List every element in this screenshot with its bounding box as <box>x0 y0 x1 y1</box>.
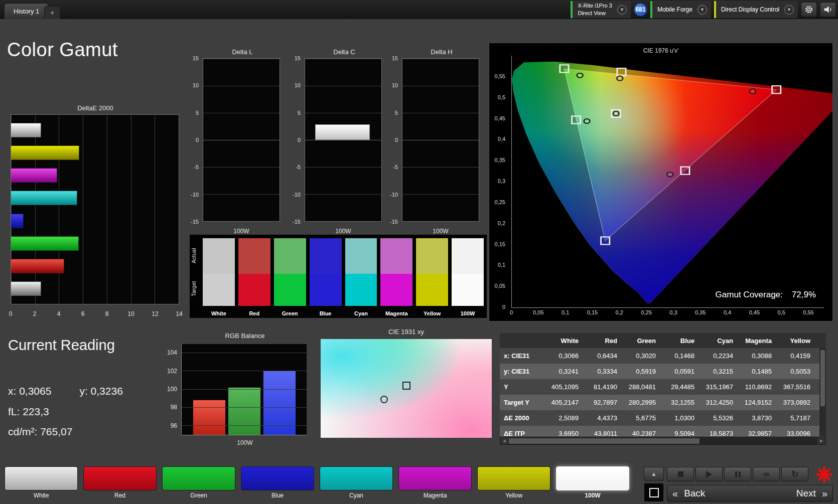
table-row: ΔE 20002,50894,43735,67751,03005,53263,8… <box>500 410 826 426</box>
axis-tick-label: 0,45 <box>749 309 760 315</box>
swatch-column-white <box>203 238 235 306</box>
pattern-label: White <box>5 492 78 499</box>
axis-tick-label: 0 <box>395 137 398 143</box>
pattern-button-yellow[interactable]: Yellow <box>477 466 550 499</box>
pattern-button-white[interactable]: White <box>5 466 78 499</box>
axis-tick-label: 0,4 <box>724 309 731 315</box>
axis-tick-label: -10 <box>390 192 398 198</box>
meter-count-badge[interactable]: 681 <box>634 3 647 17</box>
table-cell: 405,1095 <box>544 383 583 391</box>
scrollbar-thumb[interactable] <box>509 438 700 444</box>
axis-tick-label: 5 <box>196 110 199 116</box>
pattern-swatch <box>83 466 157 490</box>
table-cell: 3,8730 <box>737 414 776 422</box>
swatch-label: Cyan <box>345 310 377 316</box>
table-cell: 288,0481 <box>621 383 660 391</box>
actual-swatch <box>416 238 448 274</box>
pattern-label: Cyan <box>320 492 393 499</box>
axis-tick-label: 12 <box>152 310 158 317</box>
target-swatch <box>203 274 235 306</box>
axis-tick-label: 0,55 <box>803 309 813 315</box>
pattern-up-button[interactable]: ▲ <box>644 467 664 481</box>
deltae-bar-green <box>11 236 79 251</box>
table-body: x: CIE310,30660,64340,30200,14680,22340,… <box>500 348 826 436</box>
actual-row-label: Actual <box>191 239 201 273</box>
pattern-button-green[interactable]: Green <box>162 466 235 499</box>
settings-button[interactable] <box>801 2 817 17</box>
history-tab[interactable]: History 1 <box>4 3 49 19</box>
gridline <box>182 389 307 390</box>
target-marker <box>402 382 410 390</box>
axis-tick-label: 0,3 <box>490 178 505 184</box>
deltae-x-axis: 02468101214 <box>11 310 179 318</box>
axis-tick-label: 10 <box>193 82 199 88</box>
plot-area <box>203 58 280 222</box>
delta-c-chart: Delta C 151050-5-10-15 100W <box>290 48 384 235</box>
back-button[interactable]: « Back <box>672 488 705 499</box>
plot-area <box>402 58 479 222</box>
target-swatch <box>452 274 484 306</box>
row-label: Y <box>500 383 544 391</box>
swatch-column-yellow <box>416 238 448 306</box>
x-axis-labels: 00,050,10,150,20,250,30,350,40,450,50,55 <box>511 309 832 317</box>
vertical-scrollbar[interactable] <box>819 348 826 436</box>
table-cell: 4,4373 <box>583 414 621 422</box>
measured-marker <box>617 76 623 81</box>
play-button[interactable] <box>695 467 723 481</box>
scrollbar-thumb[interactable] <box>820 350 825 406</box>
axis-tick-label: 8 <box>105 310 109 317</box>
continuous-measure-button[interactable]: ∞ <box>753 467 780 481</box>
pattern-window-button[interactable] <box>644 483 664 502</box>
table-row: Target Y405,214792,7897280,299532,125531… <box>500 395 826 410</box>
pause-button[interactable] <box>724 467 751 481</box>
audio-button[interactable] <box>820 2 836 17</box>
source-dropdown[interactable]: Mobile Forge ▾ <box>650 1 711 18</box>
workflow-dropdown[interactable]: Direct Display Control ▾ <box>714 1 798 18</box>
axis-tick-label: -10 <box>293 192 301 198</box>
table-header-cell: Green <box>621 337 660 345</box>
pattern-button-blue[interactable]: Blue <box>241 466 314 499</box>
deltae-bar-100w <box>11 281 41 296</box>
xy-color-field <box>321 339 492 438</box>
pattern-label: Blue <box>241 492 314 499</box>
table-header-cell: White <box>544 337 583 345</box>
y-axis-labels: 151050-5-10-15 <box>290 58 303 222</box>
table-header-cell: Cyan <box>699 337 737 345</box>
axis-tick-label: 96 <box>163 422 177 429</box>
pattern-button-red[interactable]: Red <box>83 466 157 499</box>
pattern-label: Yellow <box>477 492 550 499</box>
table-cell: 0,3241 <box>544 368 583 375</box>
table-cell: 312,4250 <box>699 399 737 406</box>
calibration-star-icon[interactable] <box>815 465 833 483</box>
scroll-left-button[interactable]: ◄ <box>500 438 508 444</box>
cie-1976-chart: CIE 1976 u'v' <box>489 43 833 321</box>
pattern-button-100w[interactable]: 100W <box>556 466 629 499</box>
pattern-button-magenta[interactable]: Magenta <box>398 466 472 499</box>
chevron-down-icon: ▾ <box>617 5 627 15</box>
stop-button[interactable] <box>667 467 694 481</box>
table-cell: 5,7187 <box>776 414 814 422</box>
swatch-label: 100W <box>452 310 484 316</box>
swatch-label: Magenta <box>380 310 412 316</box>
next-button[interactable]: Next » <box>796 488 827 499</box>
pattern-button-cyan[interactable]: Cyan <box>320 466 393 499</box>
add-tab-button[interactable]: + <box>44 6 60 19</box>
axis-tick-label: 0,4 <box>490 136 505 142</box>
row-label: x: CIE31 <box>500 352 544 360</box>
axis-tick-label: 14 <box>176 310 182 317</box>
table-cell: 280,2995 <box>621 399 660 406</box>
pattern-label: Red <box>83 492 157 499</box>
deltae-bar-red <box>11 259 64 273</box>
scroll-right-button[interactable]: ► <box>817 438 825 444</box>
refresh-button[interactable]: ↻ <box>781 467 808 481</box>
gridline <box>182 371 307 371</box>
axis-tick-label: 0 <box>196 137 199 143</box>
meter-dropdown[interactable]: X-Rite i1Pro 3 Direct View ▾ <box>571 1 630 18</box>
zero-line <box>305 140 381 140</box>
axis-tick-label: 102 <box>163 368 177 375</box>
swatch-label: White <box>203 310 235 316</box>
back-chevrons-icon: « <box>672 488 678 498</box>
table-row: ΔE ITP3,695043,801140,23879,509418,58733… <box>500 426 826 436</box>
table-cell: 92,7897 <box>583 399 621 406</box>
measurement-table: WhiteRedGreenBlueCyanMagentaYellow x: CI… <box>500 333 826 436</box>
